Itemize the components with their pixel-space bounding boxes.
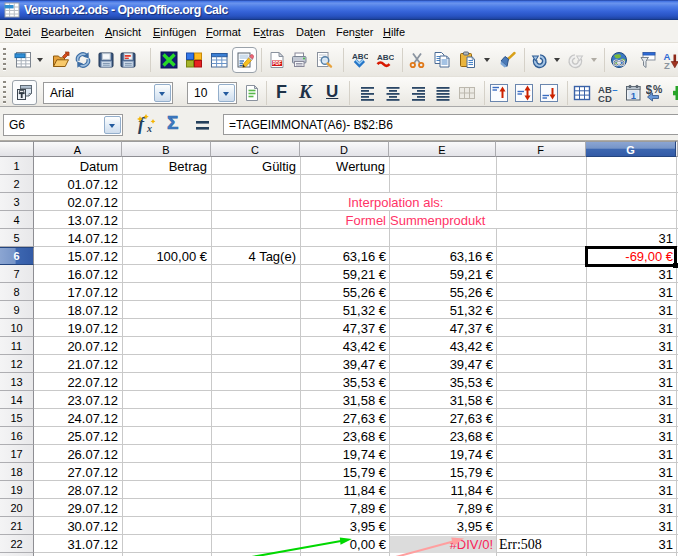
- svg-text:x: x: [146, 123, 152, 134]
- svg-text:ABC: ABC: [352, 52, 368, 61]
- svg-text:PDF: PDF: [272, 61, 281, 66]
- svg-text:1: 1: [631, 90, 637, 101]
- svg-text:ABC: ABC: [377, 53, 394, 62]
- svg-text:%: %: [653, 84, 663, 95]
- svg-text:Z: Z: [664, 60, 670, 70]
